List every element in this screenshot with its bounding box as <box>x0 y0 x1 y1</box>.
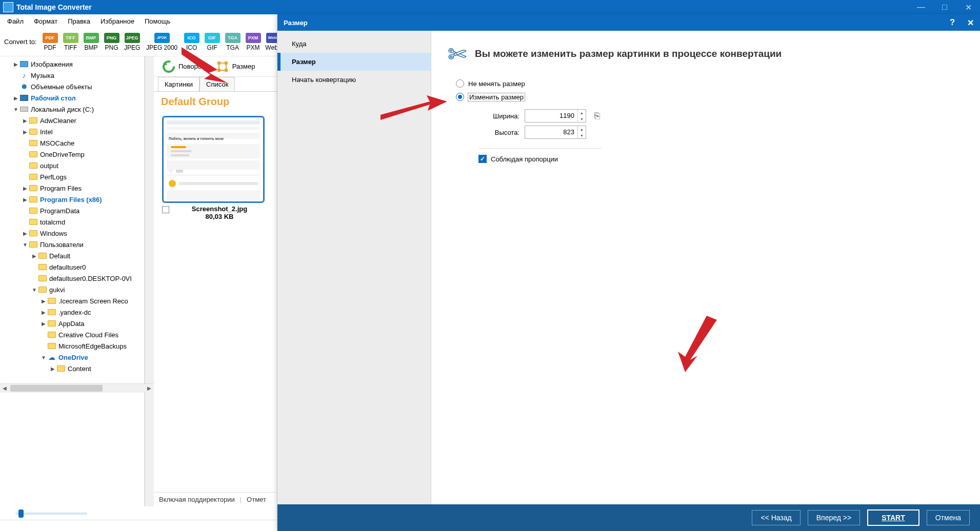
close-button[interactable]: ✕ <box>956 0 980 14</box>
folder-tree[interactable]: ▶Изображения▶♪Музыка▶⬢Объемные объекты▶Р… <box>0 56 145 506</box>
format-jpeg[interactable]: JPEGJPEG <box>123 33 142 51</box>
tree-node[interactable]: ▶OneDriveTemp <box>0 149 144 160</box>
status-subdirs[interactable]: Включая поддиректории <box>159 496 235 503</box>
width-input[interactable]: 1190 ▲▼ <box>525 109 586 122</box>
expand-icon[interactable]: ▶ <box>12 60 19 68</box>
tree-node[interactable]: ▶Content <box>0 363 144 374</box>
height-input[interactable]: 823 ▲▼ <box>525 126 586 139</box>
link-icon[interactable]: ⎘ <box>594 109 600 122</box>
tree-node[interactable]: ▶Windows <box>0 228 144 239</box>
dialog-help-button[interactable]: ? <box>950 18 955 27</box>
tree-node[interactable]: ▶Program Files <box>0 182 144 194</box>
thumbnail-checkbox[interactable] <box>162 206 169 213</box>
format-tga[interactable]: TGATGA <box>224 33 242 51</box>
tree-node[interactable]: ▶output <box>0 160 144 171</box>
tree-scrollbar-horizontal[interactable]: ◄► <box>0 383 154 393</box>
expand-icon[interactable]: ▶ <box>40 309 47 316</box>
rotate-button[interactable]: Поворот <box>158 58 209 75</box>
menu-файл[interactable]: Файл <box>2 16 29 27</box>
format-label: PNG <box>103 44 121 51</box>
expand-icon[interactable]: ▶ <box>31 252 38 259</box>
format-ico[interactable]: ICOICO <box>183 33 201 51</box>
minimize-button[interactable]: — <box>909 0 933 14</box>
collapse-icon[interactable]: ▼ <box>40 354 47 361</box>
svg-rect-4 <box>225 62 228 65</box>
tree-node[interactable]: ▶.Icecream Screen Reco <box>0 295 144 307</box>
tree-node[interactable]: ▶defaultuser0 <box>0 261 144 273</box>
radio-change-size[interactable]: Изменить размер <box>456 93 964 101</box>
expand-icon[interactable]: ▶ <box>22 196 29 203</box>
expand-icon[interactable]: ▶ <box>40 320 47 327</box>
menu-формат[interactable]: Формат <box>29 16 63 27</box>
tree-node[interactable]: ▶⬢Объемные объекты <box>0 81 144 92</box>
tree-node[interactable]: ▶MSOCache <box>0 137 144 149</box>
height-spin-up[interactable]: ▲ <box>578 126 586 132</box>
next-button[interactable]: Вперед >> <box>808 510 860 525</box>
dialog-close-button[interactable]: ✕ <box>967 18 974 28</box>
menu-правка[interactable]: Правка <box>63 16 95 27</box>
tree-node[interactable]: ▶Default <box>0 250 144 261</box>
zoom-slider[interactable] <box>15 513 87 515</box>
tree-node-label: Program Files <box>40 185 82 192</box>
tree-scrollbar-vertical[interactable] <box>145 56 154 506</box>
tree-node[interactable]: ▶defaultuser0.DESKTOP-0VI <box>0 273 144 284</box>
menu-помощь[interactable]: Помощь <box>139 16 175 27</box>
format-bmp[interactable]: BMPBMP <box>82 33 101 51</box>
keep-proportions-checkbox[interactable]: ✓ Соблюдая пропорции <box>478 155 964 163</box>
tree-node[interactable]: ▶totalcmd <box>0 216 144 228</box>
dialog-footer: << Назад Вперед >> START Отмена <box>277 504 980 531</box>
tree-node[interactable]: ▶Изображения <box>0 58 144 70</box>
tree-node[interactable]: ▶AdwCleaner <box>0 115 144 126</box>
status-mark[interactable]: Отмет <box>247 496 266 503</box>
tree-node[interactable]: ▼☁OneDrive <box>0 352 144 363</box>
format-pdf[interactable]: PDFPDF <box>41 33 59 51</box>
expand-icon[interactable]: ▶ <box>22 128 29 135</box>
collapse-icon[interactable]: ▼ <box>12 106 19 113</box>
format-tiff[interactable]: TIFFTIFF <box>62 33 80 51</box>
format-png[interactable]: PNGPNG <box>103 33 121 51</box>
wizard-step-2[interactable]: Начать конвертацию <box>277 71 431 89</box>
tree-node[interactable]: ▶ProgramData <box>0 205 144 216</box>
dialog-heading: Вы можете изменить размер картинки в про… <box>475 48 782 60</box>
resize-dialog: Размер ? ✕ КудаРазмерНачать конвертацию … <box>277 14 980 531</box>
wizard-step-1[interactable]: Размер <box>277 53 431 71</box>
tree-node[interactable]: ▶Creative Cloud Files <box>0 329 144 340</box>
maximize-button[interactable]: □ <box>933 0 956 14</box>
expand-icon[interactable]: ▶ <box>22 117 29 124</box>
expand-icon[interactable]: ▶ <box>49 365 56 372</box>
tree-node[interactable]: ▶.yandex-dc <box>0 307 144 318</box>
format-jp2[interactable]: JP2KJPEG 2000 <box>144 33 181 51</box>
tree-node[interactable]: ▶Рабочий стол <box>0 92 144 104</box>
collapse-icon[interactable]: ▼ <box>31 286 38 293</box>
start-button[interactable]: START <box>867 509 919 526</box>
menu-избранное[interactable]: Избранное <box>95 16 139 27</box>
format-gif[interactable]: GIFGIF <box>203 33 222 51</box>
back-button[interactable]: << Назад <box>752 510 800 525</box>
thumbnail[interactable]: Побегь, волить и голенть мозк ♡ Screensh… <box>162 116 265 220</box>
thumbnail-image[interactable]: Побегь, волить и голенть мозк ♡ <box>162 116 265 203</box>
collapse-icon[interactable]: ▼ <box>22 241 29 248</box>
width-spin-down[interactable]: ▼ <box>578 116 586 122</box>
expand-icon[interactable]: ▶ <box>12 94 19 101</box>
tree-node[interactable]: ▼Локальный диск (C:) <box>0 104 144 115</box>
tree-node[interactable]: ▶Intel <box>0 126 144 137</box>
width-spin-up[interactable]: ▲ <box>578 110 586 116</box>
expand-icon[interactable]: ▶ <box>40 297 47 304</box>
tree-node[interactable]: ▼gukvi <box>0 284 144 295</box>
tree-node[interactable]: ▶AppData <box>0 318 144 329</box>
format-pxm[interactable]: PXMPXM <box>244 33 263 51</box>
tree-node[interactable]: ▶MicrosoftEdgeBackups <box>0 340 144 352</box>
height-spin-down[interactable]: ▼ <box>578 132 586 138</box>
cancel-button[interactable]: Отмена <box>927 510 970 525</box>
tab-pictures[interactable]: Картинки <box>158 77 199 91</box>
wizard-step-0[interactable]: Куда <box>277 35 431 53</box>
expand-icon[interactable]: ▶ <box>22 230 29 237</box>
resize-button[interactable]: Размер <box>212 58 259 75</box>
tree-node[interactable]: ▶PerfLogs <box>0 171 144 182</box>
tree-node[interactable]: ▶♪Музыка <box>0 70 144 81</box>
tree-node[interactable]: ▼Пользователи <box>0 239 144 250</box>
radio-keep-size[interactable]: Не менять размер <box>456 79 964 88</box>
expand-icon[interactable]: ▶ <box>22 185 29 192</box>
tab-list[interactable]: Список <box>199 77 235 91</box>
tree-node[interactable]: ▶Program Files (x86) <box>0 194 144 205</box>
